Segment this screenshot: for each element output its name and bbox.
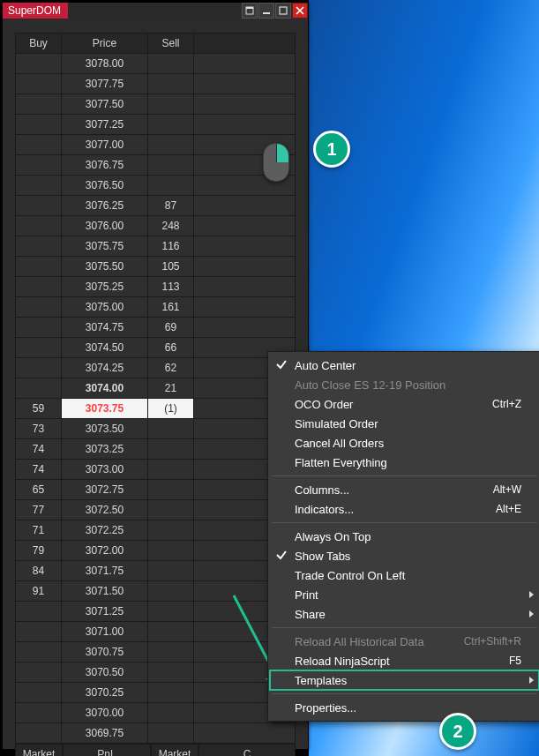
price-cell[interactable]: 3077.25 — [62, 115, 148, 135]
sell-cell[interactable] — [148, 520, 194, 541]
price-cell[interactable]: 3072.50 — [62, 500, 148, 520]
sell-cell[interactable]: 105 — [148, 257, 194, 277]
footer-sell[interactable]: Market — [151, 744, 198, 756]
buy-cell[interactable] — [16, 94, 62, 115]
buy-cell[interactable] — [16, 74, 62, 94]
dom-row[interactable]: 843071.75 — [16, 561, 296, 581]
footer-extra[interactable]: C — [198, 744, 296, 756]
price-cell[interactable]: 3076.50 — [62, 176, 148, 196]
footer-price[interactable]: PnL — [63, 744, 151, 756]
buy-cell[interactable] — [16, 115, 62, 135]
price-cell[interactable]: 3071.25 — [62, 602, 148, 622]
dom-row[interactable]: 3074.5066 — [16, 338, 296, 358]
buy-cell[interactable] — [16, 196, 62, 216]
price-cell[interactable]: 3073.50 — [62, 419, 148, 439]
price-cell[interactable]: 3072.25 — [62, 520, 148, 541]
price-cell[interactable]: 3070.75 — [62, 642, 148, 662]
price-cell[interactable]: 3069.75 — [62, 723, 148, 744]
buy-cell[interactable] — [16, 297, 62, 318]
sell-cell[interactable] — [148, 135, 194, 155]
price-cell[interactable]: 3075.00 — [62, 297, 148, 318]
buy-cell[interactable]: 65 — [16, 480, 62, 500]
dom-row[interactable]: 3077.00 — [16, 135, 296, 155]
sell-cell[interactable]: 69 — [148, 318, 194, 338]
sell-cell[interactable]: 62 — [148, 358, 194, 378]
sell-cell[interactable] — [148, 115, 194, 135]
sell-cell[interactable]: 248 — [148, 216, 194, 236]
dom-row[interactable]: 3069.75 — [16, 723, 296, 744]
sell-cell[interactable] — [148, 500, 194, 520]
sell-cell[interactable]: 87 — [148, 196, 194, 216]
footer-buy[interactable]: Market — [15, 744, 63, 756]
sell-cell[interactable] — [148, 662, 194, 683]
dom-row[interactable]: 3070.00 — [16, 703, 296, 723]
dom-row[interactable]: 653072.75 — [16, 480, 296, 500]
dom-row[interactable]: 3075.50105 — [16, 257, 296, 277]
buy-cell[interactable]: 77 — [16, 500, 62, 520]
menu-item[interactable]: Show Tabs — [270, 546, 539, 565]
dom-row[interactable]: 3075.75116 — [16, 236, 296, 257]
price-cell[interactable]: 3071.50 — [62, 581, 148, 602]
price-cell[interactable]: 3077.00 — [62, 135, 148, 155]
price-cell[interactable]: 3074.75 — [62, 318, 148, 338]
buy-cell[interactable] — [16, 236, 62, 257]
price-cell[interactable]: 3076.00 — [62, 216, 148, 236]
buy-cell[interactable] — [16, 703, 62, 723]
buy-cell[interactable] — [16, 54, 62, 74]
dom-row[interactable]: 3071.00 — [16, 622, 296, 642]
sell-cell[interactable]: 21 — [148, 378, 194, 399]
dom-row[interactable]: 3070.75 — [16, 642, 296, 662]
dom-row[interactable]: 3076.75 — [16, 155, 296, 176]
sell-cell[interactable]: (1) — [148, 399, 194, 419]
sell-cell[interactable] — [148, 541, 194, 561]
dom-row[interactable]: 743073.00 — [16, 460, 296, 480]
sell-cell[interactable]: 113 — [148, 277, 194, 297]
buy-cell[interactable] — [16, 176, 62, 196]
dom-row[interactable]: 593073.75(1) — [16, 399, 296, 419]
buy-cell[interactable] — [16, 318, 62, 338]
dom-row[interactable]: 733073.50 — [16, 419, 296, 439]
buy-cell[interactable]: 59 — [16, 399, 62, 419]
buy-cell[interactable] — [16, 358, 62, 378]
dom-row[interactable]: 3076.50 — [16, 176, 296, 196]
menu-item[interactable]: Always On Top — [270, 527, 539, 546]
menu-item[interactable]: Trade Control On Left — [270, 565, 539, 585]
buy-cell[interactable] — [16, 602, 62, 622]
price-cell[interactable]: 3077.75 — [62, 74, 148, 94]
buy-cell[interactable] — [16, 642, 62, 662]
col-header-price[interactable]: Price — [62, 34, 148, 54]
buy-cell[interactable]: 74 — [16, 460, 62, 480]
price-cell[interactable]: 3074.00 — [62, 378, 148, 399]
price-cell[interactable]: 3074.50 — [62, 338, 148, 358]
dom-row[interactable]: 773072.50 — [16, 500, 296, 520]
buy-cell[interactable]: 79 — [16, 541, 62, 561]
dom-row[interactable]: 3078.00 — [16, 54, 296, 74]
col-header-sell[interactable]: Sell — [148, 34, 194, 54]
sell-cell[interactable] — [148, 703, 194, 723]
dom-row[interactable]: 3070.25 — [16, 683, 296, 703]
menu-item[interactable]: Reload NinjaScriptF5 — [270, 651, 539, 670]
sell-cell[interactable] — [148, 155, 194, 176]
buy-cell[interactable]: 84 — [16, 561, 62, 581]
menu-item[interactable]: Cancel All Orders — [270, 433, 539, 453]
dom-row[interactable]: 3070.50 — [16, 662, 296, 683]
sell-cell[interactable] — [148, 54, 194, 74]
buy-cell[interactable]: 71 — [16, 520, 62, 541]
price-cell[interactable]: 3070.50 — [62, 662, 148, 683]
buy-cell[interactable] — [16, 683, 62, 703]
dom-row[interactable]: 713072.25 — [16, 520, 296, 541]
sell-cell[interactable] — [148, 581, 194, 602]
price-cell[interactable]: 3070.00 — [62, 703, 148, 723]
dom-row[interactable]: 3071.25 — [16, 602, 296, 622]
price-cell[interactable]: 3075.25 — [62, 277, 148, 297]
window-options-button[interactable] — [242, 3, 258, 19]
buy-cell[interactable] — [16, 378, 62, 399]
buy-cell[interactable] — [16, 277, 62, 297]
menu-item[interactable]: Templates — [270, 670, 539, 690]
dom-row[interactable]: 3077.50 — [16, 94, 296, 115]
menu-item[interactable]: Auto Center — [270, 356, 539, 375]
buy-cell[interactable] — [16, 155, 62, 176]
sell-cell[interactable] — [148, 602, 194, 622]
buy-cell[interactable] — [16, 135, 62, 155]
price-cell[interactable]: 3073.75 — [62, 399, 148, 419]
